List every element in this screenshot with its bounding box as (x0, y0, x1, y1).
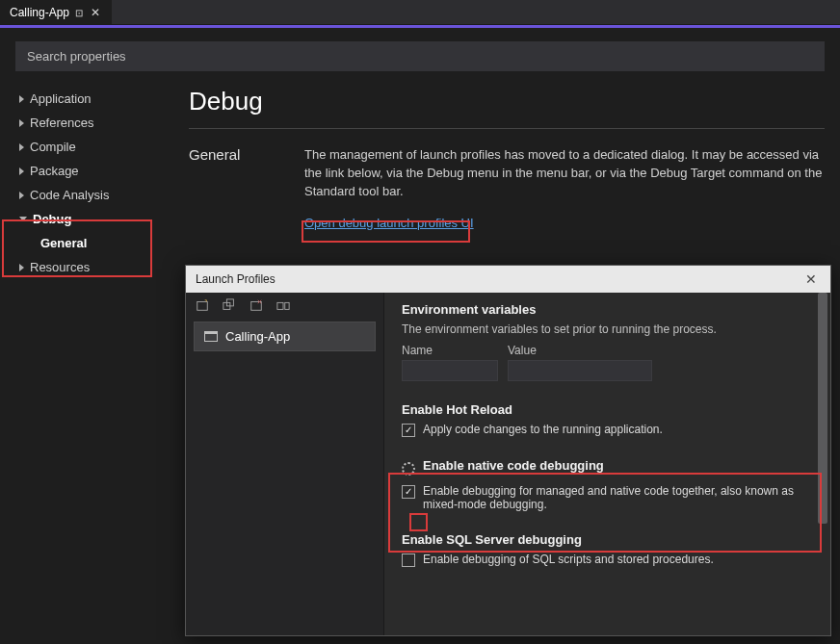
tab-title: Calling-App (10, 6, 69, 19)
pin-icon[interactable]: ⊡ (75, 8, 83, 18)
dialog-title-text: Launch Profiles (196, 272, 276, 286)
sql-debugging-group: Enable SQL Server debugging Enable debug… (402, 532, 805, 567)
chevron-right-icon (19, 143, 24, 151)
svg-rect-4 (277, 302, 283, 309)
accent-divider (0, 25, 840, 28)
native-checkbox[interactable] (402, 485, 415, 499)
svg-rect-0 (197, 302, 208, 311)
chevron-right-icon (19, 167, 24, 175)
dialog-titlebar: Launch Profiles ✕ (186, 266, 830, 293)
env-value-label: Value (508, 344, 652, 357)
hot-reload-heading: Enable Hot Reload (402, 402, 805, 417)
env-value-input[interactable] (508, 360, 652, 381)
env-variables-group: Environment variables The environment va… (402, 302, 805, 381)
scrollbar-thumb[interactable] (818, 293, 827, 524)
content-panel: Debug General The management of launch p… (170, 81, 825, 279)
profile-settings-panel: Environment variables The environment va… (384, 293, 830, 635)
profiles-list-panel: Calling-App (186, 293, 384, 635)
native-heading: Enable native code debugging (423, 458, 604, 473)
profiles-toolbar (186, 293, 383, 318)
nav-application[interactable]: Application (15, 87, 170, 111)
chevron-right-icon (19, 264, 24, 271)
search-input[interactable]: Search properties (15, 41, 825, 71)
profile-name: Calling-App (225, 329, 290, 344)
launch-profiles-dialog: Launch Profiles ✕ Calling-App Environmen… (185, 265, 831, 636)
svg-rect-3 (251, 302, 262, 311)
native-debugging-group: Enable native code debugging Enable debu… (402, 458, 805, 511)
rename-profile-icon[interactable] (276, 298, 290, 312)
env-description: The environment variables to set prior t… (402, 322, 805, 336)
nav-references[interactable]: References (15, 111, 170, 135)
section-label: General (189, 146, 304, 232)
project-icon (204, 331, 218, 342)
duplicate-profile-icon[interactable] (223, 298, 236, 312)
tab-bar: Calling-App ⊡ ✕ (0, 0, 840, 25)
chevron-right-icon (19, 95, 24, 103)
env-name-input[interactable] (402, 360, 498, 381)
nav-resources[interactable]: Resources (15, 255, 170, 279)
hot-reload-label: Apply code changes to the running applic… (423, 423, 663, 436)
native-label: Enable debugging for managed and native … (423, 484, 805, 511)
search-placeholder: Search properties (27, 49, 126, 64)
delete-profile-icon[interactable] (249, 298, 263, 312)
nav-code-analysis[interactable]: Code Analysis (15, 183, 170, 207)
new-profile-icon[interactable] (196, 298, 209, 312)
env-name-label: Name (402, 344, 498, 357)
close-icon[interactable]: ✕ (89, 6, 102, 19)
chevron-right-icon (19, 192, 24, 199)
hot-reload-group: Enable Hot Reload Apply code changes to … (402, 402, 805, 437)
gear-icon (402, 462, 415, 476)
sql-label: Enable debugging of SQL scripts and stor… (423, 553, 714, 566)
chevron-down-icon (19, 217, 27, 221)
sql-checkbox[interactable] (402, 554, 415, 567)
nav-package[interactable]: Package (15, 159, 170, 183)
page-title: Debug (189, 87, 825, 116)
nav-compile[interactable]: Compile (15, 135, 170, 159)
nav-debug-general[interactable]: General (15, 231, 170, 255)
section-body: The management of launch profiles has mo… (304, 146, 825, 232)
general-description: The management of launch profiles has mo… (304, 146, 825, 201)
chevron-right-icon (19, 119, 24, 127)
env-heading: Environment variables (402, 302, 805, 317)
nav-debug[interactable]: Debug (15, 207, 170, 231)
close-icon[interactable]: ✕ (801, 271, 821, 287)
properties-nav: Application References Compile Package C… (15, 81, 170, 279)
sql-heading: Enable SQL Server debugging (402, 532, 805, 547)
profile-item[interactable]: Calling-App (194, 322, 376, 351)
document-tab[interactable]: Calling-App ⊡ ✕ (0, 0, 112, 24)
open-launch-profiles-link[interactable]: Open debug launch profiles UI (304, 215, 474, 233)
hot-reload-checkbox[interactable] (402, 424, 415, 437)
divider (189, 128, 825, 129)
svg-rect-5 (285, 302, 289, 309)
